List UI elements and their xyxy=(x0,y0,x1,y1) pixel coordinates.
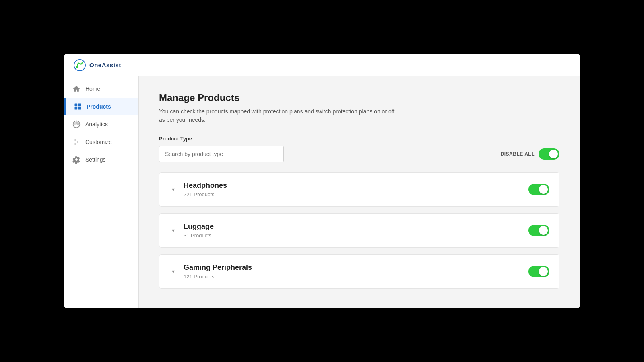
disable-all-label: DISABLE ALL xyxy=(501,151,535,157)
search-row: DISABLE ALL xyxy=(159,146,559,162)
disable-all-row: DISABLE ALL xyxy=(501,148,559,160)
sidebar-label-products: Products xyxy=(87,103,111,110)
product-card-gaming-peripherals: ▾ Gaming Peripherals 121 Products xyxy=(159,254,559,289)
svg-rect-5 xyxy=(78,107,81,110)
sidebar-item-customize[interactable]: Customize xyxy=(64,133,138,151)
svg-point-7 xyxy=(74,139,76,140)
disable-all-toggle[interactable] xyxy=(539,148,559,160)
content-area: Manage Products You can check the produc… xyxy=(139,76,580,308)
chevron-down-icon-gaming[interactable]: ▾ xyxy=(169,268,177,275)
toggle-knob-headphones xyxy=(539,185,548,194)
products-icon xyxy=(74,103,82,111)
product-card-luggage: ▾ Luggage 31 Products xyxy=(159,213,559,248)
page-title: Manage Products xyxy=(159,92,559,103)
product-name-gaming: Gaming Peripherals xyxy=(184,263,522,272)
svg-rect-3 xyxy=(78,104,81,107)
product-count-luggage: 31 Products xyxy=(184,232,522,239)
product-info-luggage: Luggage 31 Products xyxy=(184,222,522,239)
logo: OneAssist xyxy=(72,58,121,72)
toggle-knob-luggage xyxy=(539,226,548,235)
home-icon xyxy=(72,85,80,93)
product-name-headphones: Headphones xyxy=(184,181,522,190)
sidebar-label-customize: Customize xyxy=(85,139,112,145)
toggle-knob-gaming xyxy=(539,267,548,276)
main-layout: Home Products xyxy=(64,76,580,308)
sidebar-item-settings[interactable]: Settings xyxy=(64,151,138,169)
product-info-headphones: Headphones 221 Products xyxy=(184,181,522,197)
logo-text: OneAssist xyxy=(89,62,121,68)
svg-point-1 xyxy=(76,66,78,68)
svg-point-8 xyxy=(77,141,78,142)
sidebar-label-analytics: Analytics xyxy=(85,121,108,128)
disable-all-toggle-knob xyxy=(549,150,558,158)
sidebar-label-settings: Settings xyxy=(85,156,106,163)
sidebar-item-analytics[interactable]: Analytics xyxy=(64,115,138,133)
logo-icon xyxy=(72,58,87,72)
sidebar-item-products[interactable]: Products xyxy=(64,98,138,115)
svg-rect-2 xyxy=(75,104,78,107)
chevron-down-icon-luggage[interactable]: ▾ xyxy=(169,227,177,234)
svg-rect-4 xyxy=(75,107,78,110)
toggle-headphones[interactable] xyxy=(528,184,549,195)
svg-point-0 xyxy=(74,60,85,71)
product-card-headphones: ▾ Headphones 221 Products xyxy=(159,172,559,207)
settings-icon xyxy=(72,156,80,164)
product-count-gaming: 121 Products xyxy=(184,274,522,280)
product-name-luggage: Luggage xyxy=(184,222,522,231)
page-description: You can check the products mapped with p… xyxy=(159,107,400,124)
search-input[interactable] xyxy=(159,146,284,162)
customize-icon xyxy=(72,138,80,146)
product-info-gaming: Gaming Peripherals 121 Products xyxy=(184,263,522,280)
chevron-down-icon-headphones[interactable]: ▾ xyxy=(169,186,177,193)
product-type-label: Product Type xyxy=(159,136,559,142)
analytics-icon xyxy=(72,120,80,128)
svg-point-9 xyxy=(74,143,76,144)
sidebar-label-home: Home xyxy=(85,86,100,92)
toggle-luggage[interactable] xyxy=(528,225,549,236)
product-count-headphones: 221 Products xyxy=(184,191,522,197)
product-list: ▾ Headphones 221 Products ▾ Luggage 31 P… xyxy=(159,172,559,289)
top-bar: OneAssist xyxy=(64,54,580,76)
sidebar: Home Products xyxy=(64,76,139,308)
toggle-gaming[interactable] xyxy=(528,266,549,277)
sidebar-item-home[interactable]: Home xyxy=(64,80,138,98)
